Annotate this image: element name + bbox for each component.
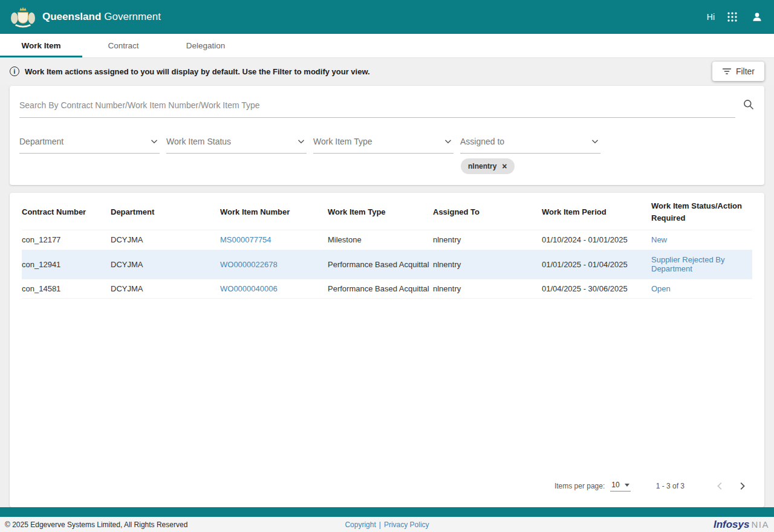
work-items-table: Contract Number Department Work Item Num… <box>22 193 752 299</box>
work-item-number-link[interactable]: WO0000040006 <box>220 284 278 293</box>
footer-separator: | <box>379 521 381 529</box>
work-item-number-link[interactable]: WO0000022678 <box>220 260 278 269</box>
chevron-down-icon <box>590 136 600 147</box>
infosys-logo-text: Infosys <box>714 519 750 531</box>
work-item-type-select-label: Work Item Type <box>313 137 372 146</box>
col-department: Department <box>111 193 220 230</box>
table-row: con_12177 DCYJMA MS000077754 Milestone n… <box>22 230 752 250</box>
assigned-to-select-label: Assigned to <box>460 137 504 146</box>
col-work-item-number: Work Item Number <box>220 193 328 230</box>
brand-name-bold: Queensland <box>42 11 101 22</box>
tab-delegation[interactable]: Delegation <box>164 34 247 57</box>
cell-work-item-type: Milestone <box>328 230 433 250</box>
tab-work-item[interactable]: Work Item <box>0 34 82 57</box>
footer-links: Copyright | Privacy Policy <box>345 521 429 529</box>
search-row <box>16 96 758 118</box>
copyright-text: © 2025 Edgeverve Systems Limited, All Ri… <box>5 521 187 529</box>
nia-logo-text: NIA <box>751 519 769 530</box>
apps-grid-icon[interactable] <box>726 10 739 24</box>
work-item-status-select-label: Work Item Status <box>166 137 231 146</box>
chip-close-icon[interactable]: × <box>502 162 507 170</box>
work-items-table-card: Contract Number Department Work Item Num… <box>10 193 764 507</box>
col-contract-number: Contract Number <box>22 193 111 230</box>
table-row: con_14581 DCYJMA WO0000040006 Performanc… <box>22 279 752 299</box>
app-footer: © 2025 Edgeverve Systems Limited, All Ri… <box>0 517 774 532</box>
items-per-page-value: 10 <box>611 481 619 489</box>
cell-work-item-type: Performance Based Acquittal <box>328 279 433 299</box>
status-link[interactable]: New <box>651 235 667 244</box>
col-work-item-type: Work Item Type <box>328 193 433 230</box>
cell-work-item-number: WO0000040006 <box>220 279 328 299</box>
assigned-to-chip[interactable]: nlnentry × <box>461 158 515 174</box>
brand-name-regular: Government <box>104 11 161 22</box>
search-input[interactable] <box>19 96 735 118</box>
table-header-row: Contract Number Department Work Item Num… <box>22 193 752 230</box>
cell-assigned-to: nlnentry <box>433 250 542 279</box>
cell-department: DCYJMA <box>111 230 220 250</box>
cell-status: New <box>651 230 752 250</box>
cell-status: Open <box>651 279 752 299</box>
cell-work-item-number: WO0000022678 <box>220 250 328 279</box>
main-tabs: Work Item Contract Delegation <box>0 34 774 58</box>
cell-assigned-to: nlnentry <box>433 279 542 299</box>
info-icon: i <box>10 66 19 76</box>
qld-crest-logo <box>10 5 36 28</box>
greeting-text: Hi <box>707 12 715 22</box>
brand: QueenslandGovernment <box>10 5 161 28</box>
work-item-number-link[interactable]: MS000077754 <box>220 235 272 244</box>
cell-department: DCYJMA <box>111 250 220 279</box>
user-profile-icon[interactable] <box>750 10 764 24</box>
app-header: QueenslandGovernment Hi <box>0 0 774 34</box>
table-row: con_12941 DCYJMA WO0000022678 Performanc… <box>22 250 752 279</box>
chevron-down-icon <box>296 136 307 147</box>
cell-work-item-period: 01/04/2025 - 30/06/2025 <box>542 279 651 299</box>
filter-button[interactable]: Filter <box>712 62 764 81</box>
privacy-policy-link[interactable]: Privacy Policy <box>384 521 429 529</box>
col-assigned-to: Assigned To <box>433 193 542 230</box>
cell-status: Supplier Rejected By Department <box>651 250 752 279</box>
filters-row: Department Work Item Status Work Item Ty… <box>16 134 758 154</box>
filter-icon <box>722 67 732 76</box>
search-filter-card: Department Work Item Status Work Item Ty… <box>10 86 764 185</box>
status-link[interactable]: Open <box>651 284 671 293</box>
chevron-down-icon <box>149 136 160 147</box>
main-content: Department Work Item Status Work Item Ty… <box>0 85 774 507</box>
assigned-to-select[interactable]: Assigned to <box>460 134 600 154</box>
info-bar: i Work Item actions assigned to you will… <box>0 58 774 85</box>
items-per-page-label: Items per page: <box>554 482 605 490</box>
next-page-button[interactable] <box>734 478 750 494</box>
department-select[interactable]: Department <box>19 134 160 154</box>
cell-department: DCYJMA <box>111 279 220 299</box>
tab-delegation-label: Delegation <box>186 41 226 50</box>
search-icon[interactable] <box>743 99 755 113</box>
cell-assigned-to: nlnentry <box>433 230 542 250</box>
work-item-type-select[interactable]: Work Item Type <box>313 134 454 154</box>
col-status-action-required: Work Item Status/Action Required <box>651 193 752 230</box>
items-per-page-select[interactable]: 10 <box>610 481 630 491</box>
work-items-tbody: con_12177 DCYJMA MS000077754 Milestone n… <box>22 230 752 299</box>
caret-down-icon <box>625 484 629 487</box>
tab-contract[interactable]: Contract <box>82 34 164 57</box>
pagination-bar: Items per page: 10 1 - 3 of 3 <box>22 472 752 507</box>
col-work-item-period: Work Item Period <box>542 193 651 230</box>
assigned-to-chip-label: nlnentry <box>468 162 496 170</box>
filter-button-label: Filter <box>736 66 755 76</box>
footer-accent-strip <box>0 507 774 517</box>
tab-work-item-label: Work Item <box>21 41 60 50</box>
previous-page-button[interactable] <box>712 478 728 494</box>
work-item-status-select[interactable]: Work Item Status <box>166 134 307 154</box>
tab-contract-label: Contract <box>108 41 138 50</box>
cell-work-item-period: 01/10/2024 - 01/01/2025 <box>542 230 651 250</box>
copyright-link[interactable]: Copyright <box>345 521 376 529</box>
cell-work-item-period: 01/01/2025 - 01/04/2025 <box>542 250 651 279</box>
infosys-nia-logo: Infosys NIA <box>714 519 769 531</box>
chevron-down-icon <box>443 136 454 147</box>
status-link[interactable]: Supplier Rejected By Department <box>651 255 724 274</box>
cell-work-item-type: Performance Based Acquittal <box>328 250 433 279</box>
info-message: Work Item actions assigned to you will d… <box>25 67 370 76</box>
header-right: Hi <box>707 10 764 24</box>
cell-contract-number: con_14581 <box>22 279 111 299</box>
cell-contract-number: con_12941 <box>22 250 111 279</box>
department-select-label: Department <box>19 137 63 146</box>
pagination-range: 1 - 3 of 3 <box>656 482 685 490</box>
